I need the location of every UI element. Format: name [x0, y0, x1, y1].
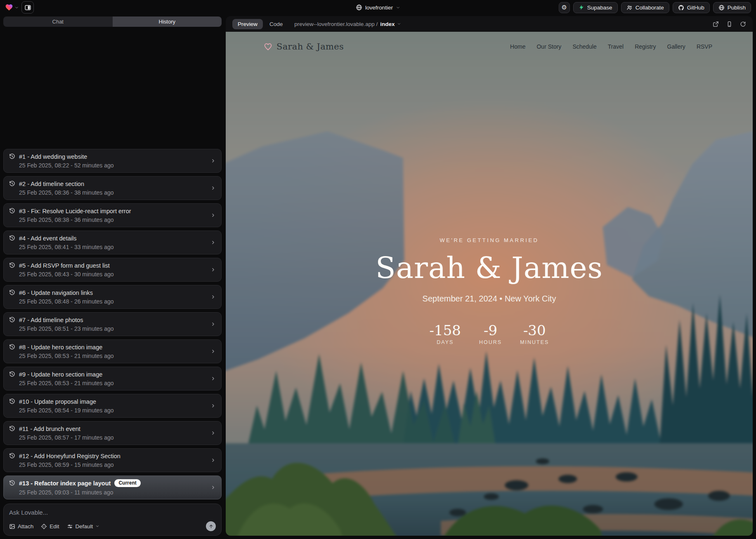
history-clock-icon: [9, 262, 15, 268]
edit-button[interactable]: Edit: [41, 523, 59, 530]
history-item-meta: 25 Feb 2025, 08:53 - 21 minutes ago: [19, 353, 206, 359]
chevron-right-icon: [210, 376, 216, 381]
history-item-meta: 25 Feb 2025, 08:36 - 38 minutes ago: [19, 189, 206, 196]
ask-lovable-input[interactable]: [9, 509, 216, 516]
history-item[interactable]: #2 - Add timeline section 25 Feb 2025, 0…: [3, 176, 222, 200]
preview-url[interactable]: preview--lovefrontier.lovable.app / inde…: [294, 21, 401, 27]
countdown: -158 DAYS -9 HOURS -30 MINUTES: [226, 323, 753, 345]
mode-select[interactable]: Default: [67, 523, 100, 530]
history-item-meta: 25 Feb 2025, 09:03 - 11 minutes ago: [19, 489, 206, 496]
prompt-composer: Attach Edit Default: [3, 504, 222, 536]
chevron-right-icon: [210, 485, 216, 490]
chevron-down-icon: [14, 5, 19, 10]
publish-button[interactable]: Publish: [713, 2, 751, 13]
history-item[interactable]: #6 - Update navigation links 25 Feb 2025…: [3, 285, 222, 309]
history-item-meta: 25 Feb 2025, 08:38 - 36 minutes ago: [19, 217, 206, 223]
supabase-button[interactable]: Supabase: [573, 2, 618, 13]
history-item-title: #12 - Add Honeyfund Registry Section: [19, 453, 120, 459]
history-item-title: #4 - Add event details: [19, 235, 76, 242]
history-item-meta: 25 Feb 2025, 08:57 - 17 minutes ago: [19, 434, 206, 441]
globe-icon: [356, 4, 362, 11]
chevron-down-icon: [396, 5, 400, 10]
nav-link-rsvp[interactable]: RSVP: [697, 43, 712, 50]
project-name: lovefrontier: [365, 5, 393, 11]
history-item-title: #11 - Add brunch event: [19, 426, 80, 432]
chevron-right-icon: [210, 213, 216, 218]
sidebar-toggle-button[interactable]: [21, 1, 34, 14]
history-item[interactable]: #4 - Add event details 25 Feb 2025, 08:4…: [3, 231, 222, 254]
lovable-logo-menu[interactable]: [5, 3, 19, 12]
github-icon: [678, 5, 684, 11]
history-item-title: #10 - Update proposal image: [19, 398, 96, 405]
site-brand[interactable]: Sarah & James: [264, 42, 344, 52]
settings-button[interactable]: ⚙: [559, 2, 570, 13]
nav-link-schedule[interactable]: Schedule: [572, 43, 596, 50]
topbar: lovefrontier ⚙ Supabase Collaborate: [0, 0, 756, 15]
history-clock-icon: [9, 426, 15, 432]
preview-card: Preview Code preview--lovefrontier.lovab…: [226, 16, 753, 536]
send-button[interactable]: [206, 521, 216, 531]
history-item-title: #1 - Add wedding website: [19, 153, 87, 160]
history-item-meta: 25 Feb 2025, 08:51 - 23 minutes ago: [19, 325, 206, 332]
history-clock-icon: [9, 208, 15, 214]
chevron-right-icon: [210, 240, 216, 245]
nav-link-our-story[interactable]: Our Story: [536, 43, 561, 50]
tab-preview[interactable]: Preview: [232, 19, 263, 29]
history-item[interactable]: #1 - Add wedding website 25 Feb 2025, 08…: [3, 149, 222, 173]
github-button[interactable]: GitHub: [673, 2, 710, 13]
nav-link-registry[interactable]: Registry: [635, 43, 656, 50]
history-item[interactable]: #13 - Refactor index page layout Current…: [3, 475, 222, 499]
history-item[interactable]: #9 - Update hero section image 25 Feb 20…: [3, 367, 222, 391]
tab-chat[interactable]: Chat: [3, 16, 113, 27]
history-item-meta: 25 Feb 2025, 08:59 - 15 minutes ago: [19, 461, 206, 468]
history-item[interactable]: #11 - Add brunch event 25 Feb 2025, 08:5…: [3, 421, 222, 445]
lovable-heart-icon: [5, 3, 13, 12]
history-clock-icon: [9, 317, 15, 323]
chevron-right-icon: [210, 294, 216, 300]
nav-link-home[interactable]: Home: [510, 43, 525, 50]
history-item-meta: 25 Feb 2025, 08:53 - 21 minutes ago: [19, 380, 206, 386]
history-clock-icon: [9, 453, 15, 459]
chevron-right-icon: [210, 267, 216, 273]
history-item[interactable]: #7 - Add timeline photos 25 Feb 2025, 08…: [3, 312, 222, 336]
current-badge: Current: [114, 479, 140, 487]
nav-link-gallery[interactable]: Gallery: [667, 43, 685, 50]
history-item-title: #5 - Add RSVP form and guest list: [19, 262, 110, 269]
history-item-title: #9 - Update hero section image: [19, 371, 102, 378]
hero-date-location: September 21, 2024 • New York City: [226, 294, 753, 304]
mobile-view-icon[interactable]: [726, 21, 732, 27]
refresh-icon[interactable]: [740, 21, 746, 27]
tab-code[interactable]: Code: [269, 21, 283, 27]
history-clock-icon: [9, 398, 15, 405]
history-clock-icon: [9, 371, 15, 377]
history-item-meta: 25 Feb 2025, 08:22 - 52 minutes ago: [19, 162, 206, 169]
history-item-title: #6 - Update navigation links: [19, 290, 93, 296]
countdown-minutes: -30 MINUTES: [520, 323, 549, 345]
project-switcher[interactable]: lovefrontier: [356, 4, 400, 11]
site-viewport: Sarah & James Home Our Story Schedule Tr…: [226, 32, 753, 536]
nav-link-travel[interactable]: Travel: [608, 43, 624, 50]
history-item[interactable]: #8 - Update hero section image 25 Feb 20…: [3, 339, 222, 363]
chat-sidebar: Chat History #1 - Add wedding website 25…: [0, 15, 225, 539]
preview-url-page: index: [380, 21, 395, 27]
countdown-days: -158 DAYS: [430, 323, 461, 345]
collaborate-button[interactable]: Collaborate: [621, 2, 669, 13]
preview-url-host: preview--lovefrontier.lovable.app /: [294, 21, 378, 27]
open-in-new-tab-icon[interactable]: [713, 21, 719, 27]
site-header: Sarah & James Home Our Story Schedule Tr…: [226, 32, 753, 61]
tab-history[interactable]: History: [113, 16, 222, 27]
history-item[interactable]: #5 - Add RSVP form and guest list 25 Feb…: [3, 258, 222, 282]
chevron-right-icon: [210, 322, 216, 327]
history-list: #1 - Add wedding website 25 Feb 2025, 08…: [3, 146, 222, 499]
history-item[interactable]: #3 - Fix: Resolve Lucide-react import er…: [3, 203, 222, 227]
history-clock-icon: [9, 480, 15, 486]
collaborate-users-icon: [626, 5, 633, 11]
history-item[interactable]: #12 - Add Honeyfund Registry Section 25 …: [3, 448, 222, 472]
supabase-icon: [579, 5, 584, 10]
chevron-right-icon: [210, 458, 216, 463]
history-item-title: #8 - Update hero section image: [19, 344, 102, 351]
attach-button[interactable]: Attach: [9, 523, 33, 530]
history-clock-icon: [9, 344, 15, 350]
history-clock-icon: [9, 153, 15, 160]
history-item[interactable]: #10 - Update proposal image 25 Feb 2025,…: [3, 394, 222, 418]
